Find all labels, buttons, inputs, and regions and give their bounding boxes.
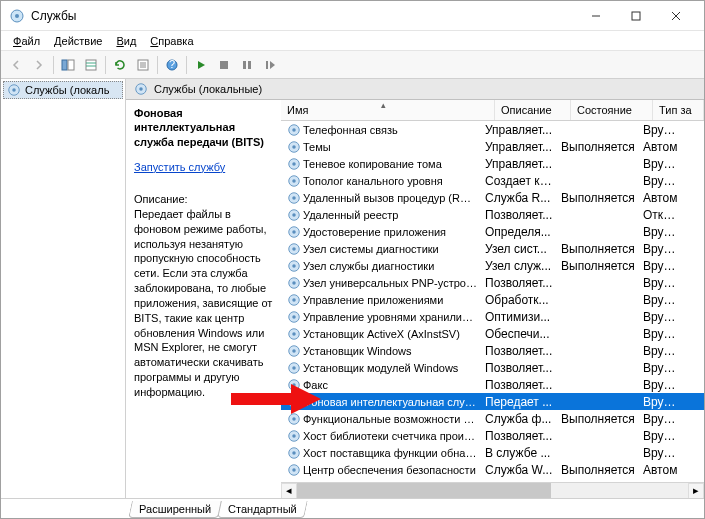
svg-rect-19: [248, 61, 251, 69]
services-list: Имя▴ Описание Состояние Тип за Телефонна…: [281, 100, 704, 498]
service-row[interactable]: ФаксПозволяет...Вручну: [281, 376, 704, 393]
svg-point-1: [15, 14, 19, 18]
service-desc: Служба R...: [481, 191, 557, 205]
tab-extended[interactable]: Расширенный: [128, 501, 222, 518]
svg-point-30: [292, 162, 296, 166]
service-row[interactable]: Узел системы диагностикиУзел сист...Выпо…: [281, 240, 704, 257]
service-row[interactable]: Центр обеспечения безопасностиСлужба W..…: [281, 461, 704, 478]
right-pane-title: Службы (локальные): [126, 79, 704, 100]
toolbar-separator: [53, 56, 54, 74]
menu-file[interactable]: Файл: [7, 33, 46, 49]
right-pane: Службы (локальные) Фоновая интеллектуаль…: [126, 79, 704, 518]
service-row[interactable]: Удаленный вызов процедур (RPC)Служба R..…: [281, 189, 704, 206]
service-desc: Управляет...: [481, 157, 557, 171]
col-state[interactable]: Состояние: [571, 100, 653, 120]
service-row[interactable]: Телефонная связьУправляет...Вручну: [281, 121, 704, 138]
show-hide-tree-button[interactable]: [57, 54, 79, 76]
service-name: Узел службы диагностики: [303, 260, 434, 272]
service-type: Вручну: [639, 446, 683, 460]
service-row[interactable]: Удостоверение приложенияОпределя...Вручн…: [281, 223, 704, 240]
service-row[interactable]: Удаленный реестрПозволяет...Отклю: [281, 206, 704, 223]
scroll-right-icon[interactable]: ▸: [688, 483, 704, 499]
tab-standard[interactable]: Стандартный: [217, 501, 307, 518]
export-list-button[interactable]: [80, 54, 102, 76]
service-row[interactable]: Установщик ActiveX (AxInstSV)Обеспечи...…: [281, 325, 704, 342]
service-row[interactable]: Функциональные возможности для ...Служба…: [281, 410, 704, 427]
svg-rect-3: [632, 12, 640, 20]
menu-view[interactable]: Вид: [110, 33, 142, 49]
scroll-left-icon[interactable]: ◂: [281, 483, 297, 499]
menu-action[interactable]: Действие: [48, 33, 108, 49]
selected-service-name: Фоновая интеллектуальная служба передачи…: [134, 106, 273, 149]
svg-rect-18: [243, 61, 246, 69]
svg-point-54: [292, 366, 296, 370]
col-name[interactable]: Имя▴: [281, 100, 495, 120]
service-row[interactable]: Теневое копирование томаУправляет...Вруч…: [281, 155, 704, 172]
view-tabs: Расширенный Стандартный: [126, 498, 704, 518]
service-name: Хост поставщика функции обнаруж...: [303, 447, 477, 459]
service-type: Вручну: [639, 123, 683, 137]
restart-service-button[interactable]: [259, 54, 281, 76]
service-desc: Позволяет...: [481, 344, 557, 358]
service-row[interactable]: Фоновая интеллектуальная служба ...Перед…: [281, 393, 704, 410]
right-pane-title-text: Службы (локальные): [154, 83, 262, 95]
service-row[interactable]: Установщик модулей WindowsПозволяет...Вр…: [281, 359, 704, 376]
service-row[interactable]: Управление приложениямиОбработк...Вручну: [281, 291, 704, 308]
service-row[interactable]: Хост библиотеки счетчика произво...Позво…: [281, 427, 704, 444]
svg-rect-17: [220, 61, 228, 69]
back-button[interactable]: [5, 54, 27, 76]
service-desc: Позволяет...: [481, 208, 557, 222]
svg-point-60: [292, 417, 296, 421]
properties-button[interactable]: [132, 54, 154, 76]
service-row[interactable]: ТемыУправляет...ВыполняетсяАвтом: [281, 138, 704, 155]
help-button[interactable]: ?: [161, 54, 183, 76]
service-desc: Оптимизи...: [481, 310, 557, 324]
service-type: Вручну: [639, 225, 683, 239]
refresh-button[interactable]: [109, 54, 131, 76]
close-button[interactable]: [656, 1, 696, 31]
toolbar-separator: [105, 56, 106, 74]
pause-service-button[interactable]: [236, 54, 258, 76]
service-name: Факс: [303, 379, 328, 391]
minimize-button[interactable]: [576, 1, 616, 31]
svg-rect-6: [62, 60, 67, 70]
menu-help[interactable]: Справка: [144, 33, 199, 49]
service-type: Вручну: [639, 276, 683, 290]
service-type: Вручну: [639, 429, 683, 443]
svg-point-28: [292, 145, 296, 149]
service-type: Отклю: [639, 208, 683, 222]
service-state: Выполняется: [557, 191, 639, 205]
tree-node-services[interactable]: Службы (локаль: [3, 81, 123, 99]
service-state: Выполняется: [557, 412, 639, 426]
service-desc: Передает ...: [481, 395, 557, 409]
service-row[interactable]: Управление уровнями хранилищаОптимизи...…: [281, 308, 704, 325]
col-description[interactable]: Описание: [495, 100, 571, 120]
service-row[interactable]: Установщик WindowsПозволяет...Вручну: [281, 342, 704, 359]
column-headers: Имя▴ Описание Состояние Тип за: [281, 100, 704, 121]
service-type: Вручну: [639, 157, 683, 171]
service-row[interactable]: Тополог канального уровняСоздает ка...Вр…: [281, 172, 704, 189]
forward-button[interactable]: [28, 54, 50, 76]
service-name: Удаленный вызов процедур (RPC): [303, 192, 477, 204]
start-service-link[interactable]: Запустить службу: [134, 161, 273, 173]
svg-point-44: [292, 281, 296, 285]
service-name: Хост библиотеки счетчика произво...: [303, 430, 477, 442]
stop-service-button[interactable]: [213, 54, 235, 76]
main-area: Службы (локаль Службы (локальные) Фонова…: [1, 79, 704, 518]
menu-bar: Файл Действие Вид Справка: [1, 31, 704, 51]
service-row[interactable]: Узел службы диагностикиУзел служ...Выпол…: [281, 257, 704, 274]
scrollbar-thumb[interactable]: [297, 483, 551, 499]
service-type: Вручну: [639, 378, 683, 392]
start-service-button[interactable]: [190, 54, 212, 76]
service-row[interactable]: Узел универсальных PNP-устройствПозволяе…: [281, 274, 704, 291]
service-desc: Позволяет...: [481, 378, 557, 392]
col-startup-type[interactable]: Тип за: [653, 100, 704, 120]
service-row[interactable]: Хост поставщика функции обнаруж...В служ…: [281, 444, 704, 461]
service-desc: Определя...: [481, 225, 557, 239]
maximize-button[interactable]: [616, 1, 656, 31]
tree-pane: Службы (локаль: [1, 79, 126, 498]
horizontal-scrollbar[interactable]: ◂ ▸: [281, 482, 704, 498]
rows-container[interactable]: Телефонная связьУправляет...ВручнуТемыУп…: [281, 121, 704, 482]
service-desc: Позволяет...: [481, 429, 557, 443]
svg-point-42: [292, 264, 296, 268]
